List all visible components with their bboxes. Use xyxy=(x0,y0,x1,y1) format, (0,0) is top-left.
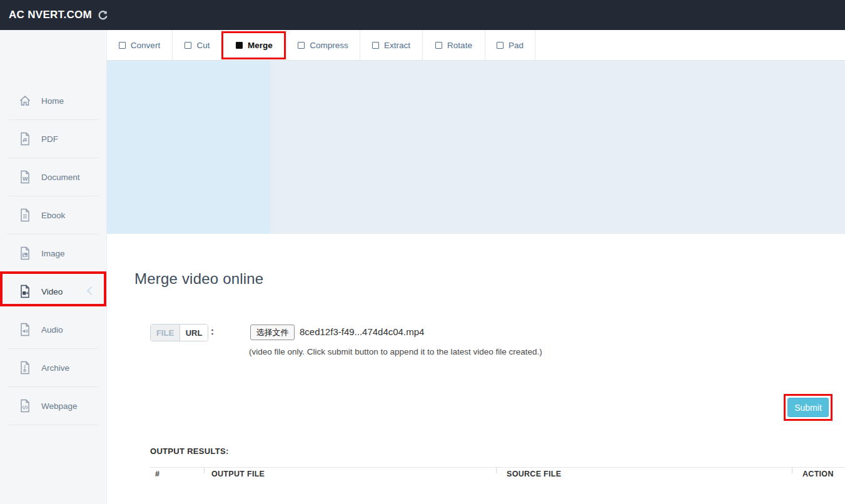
tab-label: Cut xyxy=(196,41,210,50)
column-divider xyxy=(496,467,497,473)
pdf-file-icon xyxy=(19,132,31,146)
checkbox-icon xyxy=(497,42,503,49)
column-divider xyxy=(792,467,792,473)
sidebar-item-label: Video xyxy=(41,287,63,296)
sidebar-item-ebook[interactable]: Ebook xyxy=(8,196,98,234)
sidebar-item-label: Home xyxy=(41,96,64,106)
sidebar-item-document[interactable]: W Document xyxy=(8,158,98,196)
tool-tabs: Convert Cut Merge Compress Extract Rotat… xyxy=(107,30,845,61)
table-header-source-file: SOURCE FILE xyxy=(507,470,561,478)
tab-cut[interactable]: Cut xyxy=(173,30,223,60)
svg-text:W: W xyxy=(23,176,28,182)
app-header: AC NVERT.COM xyxy=(0,0,845,30)
column-divider xyxy=(204,467,205,473)
tab-rotate[interactable]: Rotate xyxy=(423,30,485,60)
form-note: (video file only. Click submit button to… xyxy=(249,347,542,356)
ebook-file-icon xyxy=(19,208,31,222)
ad-banner-left-block xyxy=(107,61,271,234)
submit-button[interactable]: Submit xyxy=(787,398,829,417)
table-header-action: ACTION xyxy=(802,470,834,478)
sidebar-item-video[interactable]: Video xyxy=(8,273,98,311)
audio-file-icon xyxy=(19,323,31,336)
page-title: Merge video online xyxy=(134,270,263,288)
tab-label: Pad xyxy=(509,41,524,50)
ad-banner-area xyxy=(107,61,845,234)
tab-label: Extract xyxy=(384,41,410,50)
tab-convert[interactable]: Convert xyxy=(107,30,173,60)
checkbox-icon xyxy=(372,42,379,49)
sidebar: Home PDF W Document Ebook Image xyxy=(0,30,107,504)
selected-filename: 8ced12f3-f49...474d4c04.mp4 xyxy=(300,326,424,337)
checkbox-checked-icon xyxy=(236,42,243,49)
home-icon xyxy=(19,94,31,108)
sidebar-item-label: Archive xyxy=(41,363,69,373)
chevron-left-icon xyxy=(87,286,96,295)
sidebar-item-pdf[interactable]: PDF xyxy=(8,120,98,158)
sidebar-item-label: Audio xyxy=(41,325,63,335)
tab-pad[interactable]: Pad xyxy=(485,30,535,60)
source-toggle-group: FILE URL xyxy=(150,324,208,341)
table-header-output-file: OUTPUT FILE xyxy=(211,470,265,478)
tab-merge[interactable]: Merge xyxy=(223,30,286,60)
sidebar-item-archive[interactable]: Archive xyxy=(8,349,98,387)
video-file-icon xyxy=(19,285,31,298)
url-toggle-button[interactable]: URL xyxy=(180,325,208,341)
tab-compress[interactable]: Compress xyxy=(286,30,360,60)
word-file-icon: W xyxy=(19,170,31,184)
tab-label: Compress xyxy=(310,41,348,50)
tab-extract[interactable]: Extract xyxy=(360,30,423,60)
checkbox-icon xyxy=(119,42,126,49)
file-toggle-button[interactable]: FILE xyxy=(151,325,180,341)
sidebar-item-webpage[interactable]: Webpage xyxy=(8,387,98,425)
table-top-border xyxy=(150,467,845,468)
sidebar-item-home[interactable]: Home xyxy=(8,82,98,120)
sidebar-item-label: Webpage xyxy=(41,401,78,411)
sidebar-nav: Home PDF W Document Ebook Image xyxy=(0,30,106,425)
tab-label: Rotate xyxy=(447,41,472,50)
sidebar-item-audio[interactable]: Audio xyxy=(8,311,98,349)
choose-file-button[interactable]: 选择文件 xyxy=(250,325,295,340)
output-results-label: OUTPUT RESULTS: xyxy=(150,446,229,456)
toggle-separator: : xyxy=(211,326,214,336)
sidebar-item-label: Image xyxy=(41,249,65,258)
app-logo[interactable]: AC NVERT.COM xyxy=(9,9,92,21)
table-header-number: # xyxy=(155,470,159,478)
webpage-file-icon xyxy=(19,399,31,413)
checkbox-icon xyxy=(435,42,442,49)
sidebar-item-image[interactable]: Image xyxy=(8,234,98,273)
image-file-icon xyxy=(19,246,31,260)
refresh-icon xyxy=(97,9,109,21)
tab-label: Merge xyxy=(248,41,273,50)
sidebar-item-label: PDF xyxy=(41,134,58,144)
sidebar-item-label: Document xyxy=(41,173,80,182)
archive-file-icon xyxy=(19,361,31,375)
checkbox-icon xyxy=(298,42,305,49)
checkbox-icon xyxy=(185,42,191,49)
sidebar-item-label: Ebook xyxy=(41,211,65,220)
tab-label: Convert xyxy=(131,41,160,50)
